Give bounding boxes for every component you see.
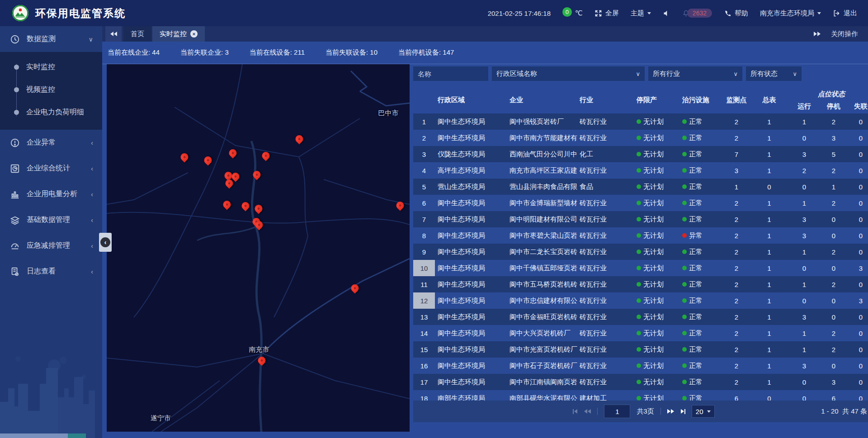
- sidebar-item-base-data-management[interactable]: 基础数据管理‹: [0, 207, 102, 233]
- emergency-icon: [10, 241, 20, 251]
- cell-facility-status: 正常: [679, 113, 723, 130]
- sidebar-subitem-label: 企业电力负荷明细: [26, 108, 84, 117]
- cell-production-status: 无计划: [634, 227, 679, 244]
- map-collapse-button[interactable]: ‹: [99, 233, 112, 252]
- pagination-bar: 共3页 20 1 - 20 共: [413, 400, 868, 422]
- map[interactable]: 巴中市南充市遂宁市: [107, 64, 410, 432]
- sidebar-item-data-monitoring[interactable]: 数据监测∨: [0, 26, 102, 52]
- table-row[interactable]: 17阆中生态环境局阆中市江南镇阆南页岩砖瓦行业无计划正常21030: [413, 374, 868, 390]
- cell-production-status: 无计划: [634, 244, 679, 260]
- sidebar-item-label: 数据监测: [27, 34, 56, 44]
- tab-home[interactable]: 首页: [123, 26, 151, 42]
- name-filter-input[interactable]: [413, 66, 488, 81]
- col-header-industry: 行业: [577, 86, 634, 113]
- table-row[interactable]: 6阆中生态环境局阆中市金博瑞新型墙材砖瓦行业无计划正常21120: [413, 195, 868, 211]
- page-number-input[interactable]: [604, 405, 630, 418]
- stats-bar: 当前在线企业: 44当前失联企业: 3当前在线设备: 211当前失联设备: 10…: [102, 42, 868, 64]
- industry-filter-select[interactable]: 所有行业 ∨: [648, 66, 742, 81]
- sidebar-item-power-usage-analysis[interactable]: 企业用电量分析‹: [0, 181, 102, 207]
- first-page-button[interactable]: [573, 409, 577, 414]
- table-row[interactable]: 13阆中生态环境局阆中市金福旺页岩机砖砖瓦行业无计划正常21300: [413, 309, 868, 325]
- table-row[interactable]: 2阆中生态环境局阆中市南方节能建材有砖瓦行业无计划正常21030: [413, 130, 868, 146]
- table-row[interactable]: 7阆中生态环境局阆中明阳建材有限公司砖瓦行业无计划正常21300: [413, 211, 868, 227]
- top-header: 环保用电监管系统 2021-02-25 17:46:18 0 ℃ 全屏 主题: [0, 0, 868, 26]
- tab-close-icon[interactable]: ×: [190, 30, 198, 38]
- table-row[interactable]: 8阆中生态环境局阆中市枣碧大梁山页岩砖瓦行业无计划异常21300: [413, 227, 868, 244]
- cell-stopped-count: 2: [820, 276, 847, 292]
- status-dot: [682, 250, 687, 254]
- chevron-down-icon: ∨: [733, 71, 738, 77]
- table-row[interactable]: 4高坪生态环境局南充市高坪区王家店建砖瓦行业无计划正常31220: [413, 162, 868, 179]
- sidebar-item-emergency-reduction[interactable]: 应急减排管理‹: [0, 233, 102, 259]
- table-row[interactable]: 11阆中生态环境局阆中市五马桥页岩机砖砖瓦行业无计划正常21120: [413, 276, 868, 292]
- tab-realtime-monitoring[interactable]: 实时监控×: [152, 26, 205, 42]
- stat-label: 当前停机设备:: [398, 48, 443, 56]
- sidebar-item-enterprise-statistics[interactable]: 企业综合统计‹: [0, 155, 102, 181]
- col-header-lost: 失联: [847, 100, 868, 112]
- cell-row-number: 15: [413, 341, 435, 358]
- facility-status-label: 正常: [689, 199, 703, 207]
- cell-facility-status: 正常: [679, 374, 723, 390]
- status-dot: [682, 168, 687, 173]
- cell-monitor-points: 6: [723, 390, 750, 400]
- total-pages-label: 共3页: [637, 407, 654, 416]
- page-size-select[interactable]: 20: [692, 405, 715, 418]
- cell-row-number: 4: [413, 162, 435, 179]
- cell-company: 阆中市金博瑞新型墙材: [506, 195, 577, 211]
- cell-production-status: 无计划: [634, 146, 679, 162]
- table-row[interactable]: 14阆中生态环境局阆中大兴页岩机砖厂砖瓦行业无计划正常21120: [413, 325, 868, 341]
- sidebar-subitem-realtime-monitoring[interactable]: 实时监控: [0, 56, 102, 78]
- production-status-label: 无计划: [643, 215, 664, 224]
- facility-status-label: 正常: [689, 280, 703, 289]
- table-row[interactable]: 1阆中生态环境局阆中强锐页岩砖厂砖瓦行业无计划正常21120: [413, 113, 868, 130]
- close-operations-button[interactable]: 关闭操作: [831, 30, 858, 38]
- production-status-label: 无计划: [643, 345, 664, 354]
- chevron-left-icon: ‹: [91, 191, 93, 198]
- status-filter-select[interactable]: 所有状态 ∨: [746, 66, 802, 81]
- status-dot: [637, 201, 641, 205]
- theme-dropdown[interactable]: 主题: [631, 9, 651, 18]
- sidebar-item-log-view[interactable]: 日志查看‹: [0, 259, 102, 284]
- table-row[interactable]: 10阆中生态环境局阆中千佛镇五郎垭页岩砖瓦行业无计划正常21003: [413, 260, 868, 276]
- facility-status-label: 正常: [689, 183, 703, 191]
- cell-stopped-count: 3: [820, 374, 847, 390]
- sidebar-item-enterprise-abnormal[interactable]: 企业异常‹: [0, 130, 102, 155]
- tabs-scroll-right-button[interactable]: [814, 32, 821, 36]
- notification-count-badge: 2632: [687, 9, 712, 18]
- sidebar-subitem-video-monitoring[interactable]: 视频监控: [0, 78, 102, 101]
- notification-button[interactable]: 2632: [682, 9, 712, 18]
- cell-company: 阆中市金福旺页岩机砖: [506, 309, 577, 325]
- facility-status-label: 正常: [689, 264, 703, 273]
- fullscreen-button[interactable]: 全屏: [594, 9, 619, 18]
- cell-production-status: 无计划: [634, 260, 679, 276]
- cell-facility-status: 正常: [679, 179, 723, 195]
- cell-running-count: 3: [788, 227, 820, 244]
- divider: [597, 408, 598, 415]
- next-page-button[interactable]: [667, 409, 675, 414]
- logout-button[interactable]: 退出: [833, 9, 857, 18]
- prev-page-button[interactable]: [584, 409, 591, 414]
- org-dropdown[interactable]: 南充市生态环境局: [760, 9, 821, 18]
- sidebar-subitem-power-load-detail[interactable]: 企业电力负荷明细: [0, 101, 102, 123]
- cell-monitor-points: 7: [723, 146, 750, 162]
- last-page-button[interactable]: [681, 409, 685, 414]
- table-row[interactable]: 16阆中生态环境局阆中市石子页岩机砖厂砖瓦行业无计划正常21300: [413, 358, 868, 374]
- cell-stopped-count: 2: [820, 341, 847, 358]
- help-button[interactable]: 帮助: [724, 9, 748, 18]
- sound-toggle-button[interactable]: [663, 9, 670, 17]
- cell-monitor-points: 2: [723, 341, 750, 358]
- cell-region: 阆中生态环境局: [435, 358, 506, 374]
- table-row[interactable]: 12阆中生态环境局阆中市忠信建材有限公砖瓦行业无计划正常21003: [413, 292, 868, 309]
- table-row[interactable]: 18南部生态环境局南部县砚华水泥有限公建材加工无计划正常60060: [413, 390, 868, 400]
- sidebar-item-label: 基础数据管理: [27, 215, 70, 225]
- tabs-scroll-left-button[interactable]: [105, 26, 122, 42]
- region-filter-select[interactable]: 行政区域名称 ∨: [492, 66, 645, 81]
- table-row[interactable]: 5营山生态环境局营山县润丰肉食品有限食品无计划正常10010: [413, 179, 868, 195]
- table-row[interactable]: 3仪陇生态环境局西南油气田分公司川中化工无计划正常71350: [413, 146, 868, 162]
- cell-company: 西南油气田分公司川中: [506, 146, 577, 162]
- cell-industry: 建材加工: [577, 390, 634, 400]
- sidebar-item-label: 企业综合统计: [27, 164, 70, 173]
- cell-stopped-count: 2: [820, 244, 847, 260]
- table-row[interactable]: 15阆中生态环境局阆中市光富页岩机砖厂砖瓦行业无计划正常21120: [413, 341, 868, 358]
- table-row[interactable]: 9阆中生态环境局阆中市二龙长宝页岩砖砖瓦行业无计划正常21120: [413, 244, 868, 260]
